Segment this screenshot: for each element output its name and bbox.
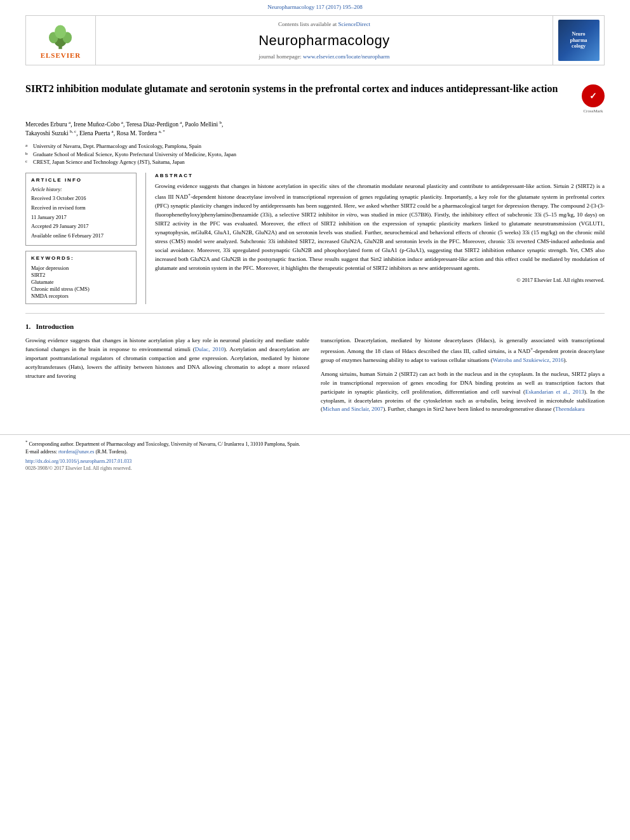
keywords-box: Keywords: Major depression SIRT2 Glutama… <box>25 251 137 304</box>
intro-col-left: Growing evidence suggests that changes i… <box>25 337 309 420</box>
date-revised: 11 January 2017 <box>31 213 131 222</box>
introduction-section: 1. Introduction Growing evidence suggest… <box>25 323 605 420</box>
affiliation-c: c CREST, Japan Science and Technology Ag… <box>25 158 605 166</box>
affiliation-b: b Graduate School of Medical Science, Ky… <box>25 150 605 159</box>
article-history-label: Article history: <box>31 187 131 192</box>
keyword-1: Major depression <box>31 265 131 271</box>
keyword-2: SIRT2 <box>31 272 131 278</box>
authors-line: Mercedes Erburu a, Irene Muñoz-Cobo a, T… <box>25 120 605 138</box>
intro-col-right: transcription. Deacetylation, mediated b… <box>321 337 605 420</box>
email-link[interactable]: rtordera@unav.es <box>58 449 94 455</box>
crossmark-symbol: ✓ <box>589 91 597 101</box>
crossmark-circle: ✓ <box>582 84 605 107</box>
article-info-box: ARTICLE INFO Article history: Received 3… <box>25 173 137 246</box>
article-title-section: SIRT2 inhibition modulate glutamate and … <box>25 82 605 114</box>
article-title: SIRT2 inhibition modulate glutamate and … <box>25 82 574 96</box>
crossmark-badge[interactable]: ✓ CrossMark <box>582 84 605 114</box>
col-article-info: ARTICLE INFO Article history: Received 3… <box>25 173 146 304</box>
contents-line: Contents lists available at ScienceDirec… <box>278 21 370 27</box>
keyword-5: NMDA receptors <box>31 293 131 299</box>
journal-name-display: Neuropharmacology <box>258 32 390 49</box>
date-online: Available online 6 February 2017 <box>31 232 131 240</box>
main-content: SIRT2 inhibition modulate glutamate and … <box>0 65 630 427</box>
article-info-heading: ARTICLE INFO <box>31 177 131 183</box>
crossmark-label: CrossMark <box>582 109 605 114</box>
intro-para-2: transcription. Deacetylation, mediated b… <box>321 337 605 365</box>
journal-logo-text: Neuropharmacology <box>570 31 587 50</box>
section-divider <box>25 313 605 314</box>
keyword-4: Chronic mild stress (CMS) <box>31 286 131 292</box>
footnote-email: E-mail address: rtordera@unav.es (R.M. T… <box>25 448 605 456</box>
affiliation-a: a University of Navarra, Dept. Pharmacol… <box>25 142 605 150</box>
footer-copyright: 0028-3908/© 2017 Elsevier Ltd. All right… <box>25 465 605 471</box>
abstract-text: Growing evidence suggests that changes i… <box>155 182 605 272</box>
abstract-heading: ABSTRACT <box>155 173 605 178</box>
keywords-heading: Keywords: <box>31 255 131 261</box>
keyword-3: Glutamate <box>31 279 131 285</box>
page-footer: * Corresponding author. Department of Ph… <box>0 434 630 471</box>
journal-header: ELSEVIER Contents lists available at Sci… <box>25 15 605 65</box>
elsevier-tree-icon <box>41 22 79 50</box>
journal-header-center: Contents lists available at ScienceDirec… <box>96 16 553 65</box>
elsevier-logo: ELSEVIER <box>41 22 81 59</box>
doi-link[interactable]: http://dx.doi.org/10.1016/j.neuropharm.2… <box>25 458 605 464</box>
date-revised-label: Received in revised form <box>31 204 131 212</box>
col-abstract: ABSTRACT Growing evidence suggests that … <box>146 173 605 304</box>
date-received: Received 3 October 2016 <box>31 194 131 203</box>
footnote-corresponding: * Corresponding author. Department of Ph… <box>25 439 605 448</box>
journal-logo-box: Neuropharmacology <box>558 20 600 61</box>
journal-header-logo-area: ELSEVIER <box>26 16 96 65</box>
elsevier-brand-text: ELSEVIER <box>41 51 81 59</box>
page-container: Neuropharmacology 117 (2017) 195–208 ELS… <box>0 0 630 840</box>
article-info-abstract-section: ARTICLE INFO Article history: Received 3… <box>25 173 605 304</box>
introduction-title: 1. Introduction <box>25 323 605 330</box>
journal-header-right: Neuropharmacology <box>553 16 604 65</box>
intro-para-1: Growing evidence suggests that changes i… <box>25 337 309 381</box>
journal-top-ref: Neuropharmacology 117 (2017) 195–208 <box>267 4 362 10</box>
introduction-body: Growing evidence suggests that changes i… <box>25 337 605 420</box>
journal-homepage-line: journal homepage: www.elsevier.com/locat… <box>259 53 390 60</box>
abstract-copyright: © 2017 Elsevier Ltd. All rights reserved… <box>155 277 605 283</box>
svg-point-4 <box>55 25 66 39</box>
journal-top-bar: Neuropharmacology 117 (2017) 195–208 <box>0 0 630 13</box>
homepage-url[interactable]: www.elsevier.com/locate/neuropharm <box>303 53 389 60</box>
date-accepted: Accepted 29 January 2017 <box>31 222 131 230</box>
sciencedirect-link[interactable]: ScienceDirect <box>338 21 370 27</box>
intro-para-3: Among sirtuins, human Sirtuin 2 (SIRT2) … <box>321 370 605 415</box>
affiliations: a University of Navarra, Dept. Pharmacol… <box>25 142 605 166</box>
